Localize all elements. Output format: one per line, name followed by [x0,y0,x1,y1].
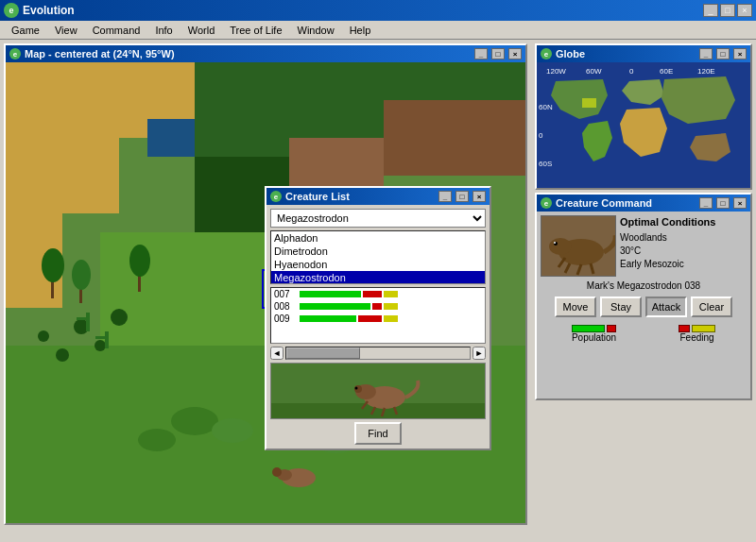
item-007-bar-yellow [384,291,398,297]
svg-point-56 [549,238,572,255]
map-window-title: Map - centered at (24°N, 95°W) [25,48,471,59]
list-item-alphadon[interactable]: Alphadon [271,231,485,245]
item-009-bar-red [358,315,382,322]
app-title: Evolution [23,4,699,17]
creature-list-box[interactable]: Alphadon Dimetrodon Hyaenodon Megazostro… [270,230,486,284]
map-close-btn[interactable]: × [508,48,522,59]
creature-preview [270,363,486,419]
clear-button[interactable]: Clear [691,296,732,317]
creature-list-content: Megazostrodon Alphadon Dimetrodon Hyaeno… [266,205,490,449]
creature-list-maximize-btn[interactable]: □ [455,191,469,202]
scrollbar-thumb[interactable] [286,347,360,359]
svg-point-29 [42,248,64,282]
creature-sprite-svg [541,216,616,277]
scroll-right-btn[interactable]: ► [472,347,486,360]
optimal-habitat: Woodlands [620,231,715,245]
item-009-bar-yellow [384,315,398,322]
globe-maximize-btn[interactable]: □ [716,48,730,59]
creature-list-icon: e [270,191,282,202]
close-button[interactable]: × [737,4,752,17]
feed-bar-yellow [692,325,715,332]
svg-rect-19 [105,331,109,348]
creature-cmd-icon: e [541,197,552,209]
item-008-bar-yellow [384,303,398,310]
creature-list-minimize-btn[interactable]: _ [438,191,452,202]
menu-game[interactable]: Game [4,23,47,38]
menu-view[interactable]: View [47,23,85,38]
population-item: Population [572,323,616,343]
optimal-temperature: 30°C [620,245,715,258]
maximize-button[interactable]: □ [720,4,735,17]
creature-name: Mark's Megazostrodon 038 [541,279,747,293]
creature-list-close-btn[interactable]: × [472,191,486,202]
globe-content: 120W 60W 0 60E 120E 60N 0 60S [537,62,750,188]
item-009-bar-green [300,315,356,322]
svg-text:120W: 120W [546,67,566,76]
svg-point-23 [212,418,253,443]
scrollbar-track [285,347,471,360]
creature-cmd-minimize-btn[interactable]: _ [699,197,713,209]
minimize-button[interactable]: _ [703,4,718,17]
list-item-dimetrodon[interactable]: Dimetrodon [271,245,485,258]
creature-info-row: Optimal Conditions Woodlands 30°C Early … [541,215,747,277]
creature-list-window: e Creature List _ □ × Megazostrodon Alph… [265,186,491,450]
scroll-left-btn[interactable]: ◄ [270,347,284,360]
list-item-megazostrodon[interactable]: Megazostrodon [271,271,485,284]
title-bar-buttons: _ □ × [703,4,752,17]
svg-point-21 [171,407,218,435]
optimal-conditions: Optimal Conditions Woodlands 30°C Early … [620,215,715,277]
svg-text:60E: 60E [660,67,673,76]
stay-button[interactable]: Stay [600,296,642,317]
globe-window-title: Globe [556,48,696,59]
creature-cmd-title-bar: e Creature Command _ □ × [537,195,750,212]
numbered-items-box[interactable]: 007 008 009 [270,287,486,344]
map-maximize-btn[interactable]: □ [491,48,505,59]
list-item-hyaenodon[interactable]: Hyaenodon [271,258,485,271]
population-label: Population [572,332,616,343]
title-bar: e Evolution _ □ × [0,0,756,21]
menu-command[interactable]: Command [85,23,148,38]
command-buttons: Move Stay Attack Clear [541,296,747,317]
globe-minimize-btn[interactable]: _ [699,48,713,59]
menu-window[interactable]: Window [290,23,342,38]
globe-window: e Globe _ □ × 120W 60W 0 60E 120E 60N 0 … [535,43,752,190]
attack-button[interactable]: Attack [645,296,687,317]
svg-rect-17 [86,313,90,331]
svg-text:0: 0 [539,131,543,140]
item-008-bar-red [372,303,382,310]
creature-list-title: Creature List [285,191,435,202]
svg-rect-20 [95,336,109,339]
feed-bar-red [679,325,690,332]
creature-cmd-maximize-btn[interactable]: □ [716,197,730,209]
svg-rect-6 [100,232,289,346]
svg-point-33 [129,245,150,277]
creature-dropdown[interactable]: Megazostrodon [270,209,486,228]
numbered-item-008[interactable]: 008 [271,300,485,313]
menu-help[interactable]: Help [342,23,379,38]
creature-cmd-title: Creature Command [556,197,696,209]
svg-text:120E: 120E [697,67,715,76]
svg-text:60S: 60S [539,160,552,168]
numbered-item-007[interactable]: 007 [271,288,485,300]
pop-feed-row: Population Feeding [541,323,747,343]
pop-bar-green [572,325,605,332]
map-minimize-btn[interactable]: _ [474,48,488,59]
find-button[interactable]: Find [354,422,401,445]
numbered-item-009[interactable]: 009 [271,313,485,325]
menu-world[interactable]: World [180,23,223,38]
menu-tree-of-life[interactable]: Tree of Life [222,23,289,38]
creature-preview-svg [271,364,486,418]
svg-text:0: 0 [629,67,634,76]
svg-point-36 [272,467,282,477]
pop-bar-red [607,325,616,332]
globe-svg: 120W 60W 0 60E 120E 60N 0 60S [537,62,750,188]
svg-rect-9 [384,100,525,176]
item-009-label: 009 [274,313,298,324]
move-button[interactable]: Move [555,296,596,317]
creature-cmd-close-btn[interactable]: × [733,197,747,209]
globe-close-btn[interactable]: × [733,48,747,59]
svg-point-14 [56,348,69,362]
list-scroll-row: ◄ ► [270,347,486,360]
svg-point-31 [72,260,91,290]
menu-info[interactable]: Info [147,23,180,38]
